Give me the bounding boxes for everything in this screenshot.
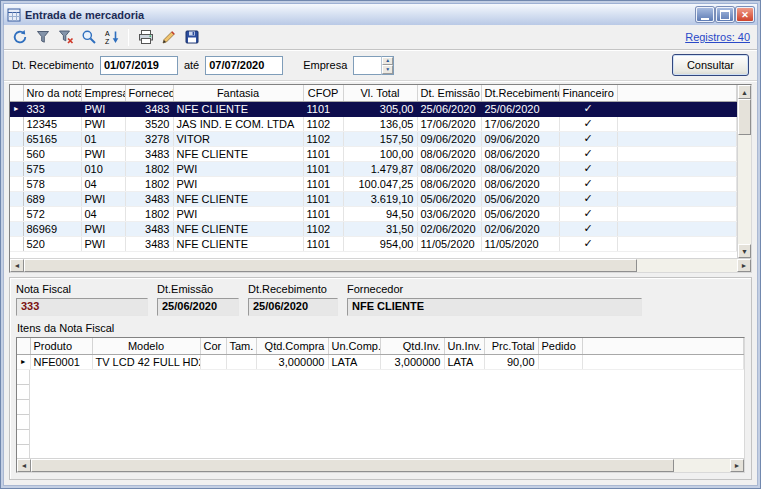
registros-link[interactable]: Registros: 40 bbox=[685, 31, 752, 43]
col-tam[interactable]: Tam. bbox=[226, 338, 256, 354]
col-un-comp[interactable]: Un.Comp. bbox=[328, 338, 380, 354]
col-cfop[interactable]: CFOP bbox=[303, 85, 343, 101]
empresa-input[interactable] bbox=[353, 56, 381, 75]
col-vl-total[interactable]: Vl. Total bbox=[343, 85, 417, 101]
notes-grid: Nro da nota Empresa Fornecedor Fantasia … bbox=[9, 84, 752, 273]
zoom-icon[interactable] bbox=[78, 27, 99, 48]
cell: 689 bbox=[23, 191, 81, 206]
col-nro-da-nota[interactable]: Nro da nota bbox=[23, 85, 81, 101]
scroll-up-icon[interactable]: ▲ bbox=[738, 85, 751, 99]
cell: 17/06/2020 bbox=[481, 116, 559, 131]
table-row[interactable]: 560PWI3483NFE CLIENTE1101100,0008/06/202… bbox=[10, 146, 737, 161]
row-indicator bbox=[10, 116, 23, 131]
row-indicator bbox=[10, 161, 23, 176]
scroll-thumb[interactable] bbox=[31, 459, 674, 472]
scroll-track[interactable] bbox=[24, 259, 737, 272]
col-filler bbox=[582, 338, 744, 354]
cell: PWI bbox=[81, 191, 125, 206]
scroll-right-icon[interactable]: ► bbox=[737, 259, 751, 272]
col-dt-recebimento[interactable]: Dt.Recebimento bbox=[481, 85, 559, 101]
notes-vertical-scrollbar[interactable]: ▲ ▼ bbox=[737, 85, 751, 258]
cell: 05/06/2020 bbox=[481, 206, 559, 221]
scroll-track[interactable] bbox=[31, 459, 730, 472]
spin-down-icon[interactable]: ▼ bbox=[382, 65, 393, 74]
col-prc-total[interactable]: Prc.Total bbox=[484, 338, 538, 354]
table-row[interactable]: 520PWI3483NFE CLIENTE1101954,0011/05/202… bbox=[10, 236, 737, 251]
cell-filler bbox=[617, 146, 737, 161]
scroll-track[interactable] bbox=[738, 135, 751, 244]
cell: ✓ bbox=[559, 191, 617, 206]
cell: 05/06/2020 bbox=[481, 191, 559, 206]
dt-recebimento-value: 25/06/2020 bbox=[248, 298, 338, 316]
cell: 136,05 bbox=[343, 116, 417, 131]
col-financeiro[interactable]: Financeiro bbox=[559, 85, 617, 101]
cell: 1802 bbox=[125, 161, 173, 176]
close-button[interactable] bbox=[736, 7, 754, 22]
scroll-thumb[interactable] bbox=[738, 99, 751, 135]
scroll-thumb[interactable] bbox=[24, 259, 637, 272]
date-to-input[interactable] bbox=[205, 56, 283, 75]
refresh-icon[interactable] bbox=[9, 27, 30, 48]
cell: 94,50 bbox=[343, 206, 417, 221]
cell-filler bbox=[617, 161, 737, 176]
cell: ✓ bbox=[559, 206, 617, 221]
cell: 08/06/2020 bbox=[481, 176, 559, 191]
table-row[interactable]: 65165013278VITOR1102157,5009/06/202009/0… bbox=[10, 131, 737, 146]
table-row[interactable]: 689PWI3483NFE CLIENTE11013.619,1005/06/2… bbox=[10, 191, 737, 206]
cell: 90,00 bbox=[484, 354, 538, 369]
table-row[interactable]: 572041802PWI110194,5003/06/202005/06/202… bbox=[10, 206, 737, 221]
cell: ✓ bbox=[559, 221, 617, 236]
col-modelo[interactable]: Modelo bbox=[92, 338, 200, 354]
col-qtd-compra[interactable]: Qtd.Compra bbox=[256, 338, 328, 354]
nota-fiscal-field: Nota Fiscal 333 bbox=[16, 283, 148, 316]
table-row[interactable]: 12345PWI3520JAS IND. E COM. LTDA1102136,… bbox=[10, 116, 737, 131]
detail-fields: Nota Fiscal 333 Dt.Emissão 25/06/2020 Dt… bbox=[16, 283, 745, 316]
row-indicator bbox=[10, 176, 23, 191]
spin-up-icon[interactable]: ▲ bbox=[382, 57, 393, 66]
table-row[interactable]: 578041802PWI1101100.047,2508/06/202008/0… bbox=[10, 176, 737, 191]
cell: 1102 bbox=[303, 221, 343, 236]
consultar-button[interactable]: Consultar bbox=[672, 54, 749, 76]
cell: 520 bbox=[23, 236, 81, 251]
cell: LATA bbox=[444, 354, 484, 369]
cell: 1101 bbox=[303, 146, 343, 161]
items-horizontal-scrollbar[interactable]: ◄ ► bbox=[17, 458, 744, 472]
notes-horizontal-scrollbar[interactable]: ◄ ► bbox=[10, 258, 751, 272]
table-row[interactable]: 86969PWI3483NFE CLIENTE110231,5002/06/20… bbox=[10, 221, 737, 236]
sort-az-icon[interactable]: AZ bbox=[101, 27, 122, 48]
edit-icon[interactable] bbox=[158, 27, 179, 48]
row-indicator bbox=[10, 146, 23, 161]
filter-clear-icon[interactable] bbox=[55, 27, 76, 48]
scroll-right-icon[interactable]: ► bbox=[730, 459, 744, 472]
col-pedido[interactable]: Pedido bbox=[538, 338, 582, 354]
empresa-label: Empresa bbox=[303, 59, 347, 71]
cell: NFE0001 bbox=[30, 354, 92, 369]
save-icon[interactable] bbox=[181, 27, 202, 48]
col-un-inv[interactable]: Un.Inv. bbox=[444, 338, 484, 354]
date-from-input[interactable] bbox=[100, 56, 178, 75]
toolbar: AZ Registros: 40 bbox=[4, 25, 757, 50]
cell: 100,00 bbox=[343, 146, 417, 161]
cell: ✓ bbox=[559, 161, 617, 176]
cell: NFE CLIENTE bbox=[173, 101, 303, 116]
scroll-left-icon[interactable]: ◄ bbox=[10, 259, 24, 272]
table-row[interactable]: 5750101802PWI11011.479,8708/06/202008/06… bbox=[10, 161, 737, 176]
filter-icon[interactable] bbox=[32, 27, 53, 48]
scroll-down-icon[interactable]: ▼ bbox=[738, 244, 751, 258]
col-empresa[interactable]: Empresa bbox=[81, 85, 125, 101]
col-qtd-inv[interactable]: Qtd.Inv. bbox=[380, 338, 444, 354]
maximize-button[interactable] bbox=[716, 7, 734, 22]
col-fornecedor[interactable]: Fornecedor bbox=[125, 85, 173, 101]
scroll-left-icon[interactable]: ◄ bbox=[17, 459, 31, 472]
cell: 572 bbox=[23, 206, 81, 221]
table-row[interactable]: ►NFE0001TV LCD 42 FULL HD23,000000LATA3,… bbox=[17, 354, 744, 369]
minimize-button[interactable] bbox=[696, 7, 714, 22]
col-produto[interactable]: Produto bbox=[30, 338, 92, 354]
col-cor[interactable]: Cor bbox=[200, 338, 226, 354]
print-icon[interactable] bbox=[135, 27, 156, 48]
table-row[interactable]: ►333PWI3483NFE CLIENTE1101305,0025/06/20… bbox=[10, 101, 737, 116]
cell: 3520 bbox=[125, 116, 173, 131]
col-dt-emissao[interactable]: Dt. Emissão bbox=[417, 85, 481, 101]
cell: 3,000000 bbox=[380, 354, 444, 369]
col-fantasia[interactable]: Fantasia bbox=[173, 85, 303, 101]
